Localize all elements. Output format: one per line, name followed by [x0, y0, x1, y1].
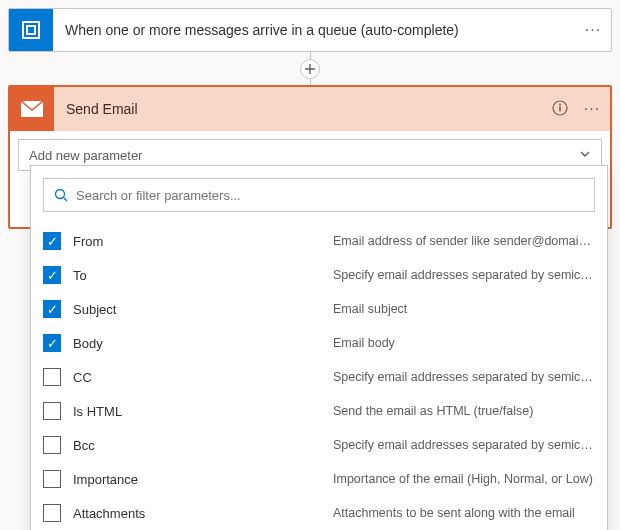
parameter-option[interactable]: ImportanceImportance of the email (High,… — [31, 462, 607, 496]
trigger-title: When one or more messages arrive in a qu… — [53, 22, 575, 38]
parameter-name: Importance — [73, 472, 333, 487]
parameter-name: From — [73, 234, 333, 249]
parameter-name: Body — [73, 336, 333, 351]
action-header[interactable]: Send Email ··· — [10, 87, 610, 131]
parameter-name: Subject — [73, 302, 333, 317]
parameter-name: To — [73, 268, 333, 283]
parameter-checkbox[interactable] — [43, 504, 61, 522]
svg-rect-1 — [27, 26, 35, 34]
info-icon[interactable] — [546, 100, 574, 119]
parameter-checkbox[interactable] — [43, 402, 61, 420]
parameter-checkbox[interactable] — [43, 232, 61, 250]
trigger-menu-button[interactable]: ··· — [575, 21, 611, 39]
parameter-description: Email body — [333, 336, 595, 350]
svg-rect-0 — [23, 22, 39, 38]
parameter-checkbox[interactable] — [43, 266, 61, 284]
parameter-description: Specify email addresses separated by sem… — [333, 268, 595, 282]
parameter-option[interactable]: SubjectEmail subject — [31, 292, 607, 326]
parameter-option[interactable]: ToSpecify email addresses separated by s… — [31, 258, 607, 292]
parameter-description: Specify email addresses separated by sem… — [333, 370, 595, 384]
parameter-description: Email subject — [333, 302, 595, 316]
action-menu-button[interactable]: ··· — [574, 100, 610, 118]
add-parameter-label: Add new parameter — [29, 148, 142, 163]
search-icon — [54, 188, 68, 202]
mail-icon — [10, 87, 54, 131]
connector — [8, 52, 612, 85]
parameter-name: Is HTML — [73, 404, 333, 419]
service-bus-icon — [9, 8, 53, 52]
parameter-description: Attachments to be sent along with the em… — [333, 506, 595, 520]
parameter-name: Bcc — [73, 438, 333, 453]
parameter-name: Attachments — [73, 506, 333, 521]
action-title: Send Email — [54, 101, 546, 117]
parameter-description: Send the email as HTML (true/false) — [333, 404, 595, 418]
parameter-option[interactable]: Is HTMLSend the email as HTML (true/fals… — [31, 394, 607, 428]
parameter-checkbox[interactable] — [43, 334, 61, 352]
parameter-option[interactable]: FromEmail address of sender like sender@… — [31, 224, 607, 258]
svg-point-6 — [56, 190, 65, 199]
parameter-description: Importance of the email (High, Normal, o… — [333, 472, 595, 486]
parameter-description: Email address of sender like sender@doma… — [333, 234, 595, 248]
parameter-checkbox[interactable] — [43, 300, 61, 318]
svg-point-4 — [559, 103, 561, 105]
parameter-checkbox[interactable] — [43, 436, 61, 454]
parameter-option[interactable]: AttachmentsAttachments to be sent along … — [31, 496, 607, 530]
parameter-option[interactable]: BodyEmail body — [31, 326, 607, 360]
parameter-description: Specify email addresses separated by sem… — [333, 438, 595, 452]
trigger-card[interactable]: When one or more messages arrive in a qu… — [8, 8, 612, 52]
parameter-dropdown-panel: FromEmail address of sender like sender@… — [30, 165, 608, 530]
add-step-button[interactable] — [300, 59, 320, 79]
parameter-checkbox[interactable] — [43, 368, 61, 386]
parameter-name: CC — [73, 370, 333, 385]
svg-line-7 — [64, 198, 68, 202]
chevron-down-icon — [579, 148, 591, 163]
parameter-option[interactable]: CCSpecify email addresses separated by s… — [31, 360, 607, 394]
parameter-search-input[interactable] — [76, 188, 584, 203]
parameter-option[interactable]: BccSpecify email addresses separated by … — [31, 428, 607, 462]
parameter-search-box[interactable] — [43, 178, 595, 212]
parameter-checkbox[interactable] — [43, 470, 61, 488]
svg-rect-5 — [559, 106, 561, 111]
